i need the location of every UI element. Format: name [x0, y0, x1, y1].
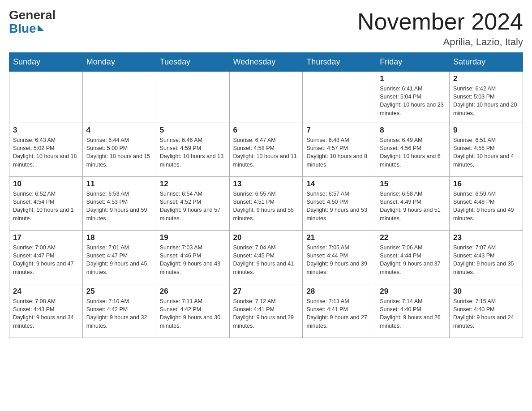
day-info: Sunrise: 6:58 AMSunset: 4:49 PMDaylight:…: [380, 190, 446, 223]
day-number: 10: [13, 180, 79, 188]
logo-blue-text: Blue: [9, 21, 36, 36]
calendar-cell: 1Sunrise: 6:41 AMSunset: 5:04 PMDaylight…: [376, 72, 450, 123]
title-block: November 2024 Aprilia, Lazio, Italy: [357, 9, 523, 48]
calendar-cell: 17Sunrise: 7:00 AMSunset: 4:47 PMDayligh…: [9, 231, 83, 284]
day-info: Sunrise: 6:51 AMSunset: 4:55 PMDaylight:…: [453, 136, 519, 169]
day-number: 23: [453, 233, 519, 242]
calendar-cell: 23Sunrise: 7:07 AMSunset: 4:43 PMDayligh…: [450, 231, 523, 284]
day-info: Sunrise: 6:55 AMSunset: 4:51 PMDaylight:…: [233, 190, 299, 223]
day-number: 18: [86, 233, 152, 242]
day-info: Sunrise: 6:41 AMSunset: 5:04 PMDaylight:…: [380, 85, 446, 117]
calendar-cell: 7Sunrise: 6:48 AMSunset: 4:57 PMDaylight…: [303, 123, 376, 177]
day-number: 8: [380, 126, 446, 135]
logo-triangle-icon: [38, 25, 44, 31]
day-number: 25: [86, 287, 152, 296]
calendar-cell: 13Sunrise: 6:55 AMSunset: 4:51 PMDayligh…: [229, 177, 303, 231]
day-info: Sunrise: 6:49 AMSunset: 4:56 PMDaylight:…: [380, 136, 446, 169]
calendar-cell: 25Sunrise: 7:10 AMSunset: 4:42 PMDayligh…: [82, 284, 156, 338]
day-number: 6: [233, 126, 299, 135]
day-info: Sunrise: 6:48 AMSunset: 4:57 PMDaylight:…: [306, 136, 372, 169]
day-number: 28: [306, 287, 372, 296]
calendar-header-friday: Friday: [376, 53, 450, 72]
calendar-cell: [82, 72, 156, 123]
calendar-cell: [9, 72, 83, 123]
calendar-week-row-5: 24Sunrise: 7:08 AMSunset: 4:43 PMDayligh…: [9, 284, 523, 338]
day-info: Sunrise: 6:44 AMSunset: 5:00 PMDaylight:…: [86, 136, 152, 169]
day-number: 22: [380, 233, 446, 242]
calendar-cell: 19Sunrise: 7:03 AMSunset: 4:46 PMDayligh…: [156, 231, 229, 284]
day-info: Sunrise: 7:07 AMSunset: 4:43 PMDaylight:…: [453, 244, 519, 276]
calendar-week-row-4: 17Sunrise: 7:00 AMSunset: 4:47 PMDayligh…: [9, 231, 523, 284]
calendar-cell: 21Sunrise: 7:05 AMSunset: 4:44 PMDayligh…: [303, 231, 376, 284]
calendar-table: SundayMondayTuesdayWednesdayThursdayFrid…: [9, 52, 523, 338]
day-info: Sunrise: 6:54 AMSunset: 4:52 PMDaylight:…: [160, 190, 226, 223]
calendar-cell: 22Sunrise: 7:06 AMSunset: 4:44 PMDayligh…: [376, 231, 450, 284]
day-number: 13: [233, 180, 299, 188]
calendar-header-sunday: Sunday: [9, 53, 83, 72]
calendar-cell: 16Sunrise: 6:59 AMSunset: 4:48 PMDayligh…: [450, 177, 523, 231]
day-info: Sunrise: 7:13 AMSunset: 4:41 PMDaylight:…: [306, 297, 372, 330]
day-number: 30: [453, 287, 519, 296]
logo: General Blue: [9, 9, 56, 36]
calendar-week-row-3: 10Sunrise: 6:52 AMSunset: 4:54 PMDayligh…: [9, 177, 523, 231]
day-info: Sunrise: 7:12 AMSunset: 4:41 PMDaylight:…: [233, 297, 299, 330]
day-info: Sunrise: 6:52 AMSunset: 4:54 PMDaylight:…: [13, 190, 79, 223]
day-number: 9: [453, 126, 519, 135]
calendar-header-saturday: Saturday: [450, 53, 523, 72]
calendar-header-wednesday: Wednesday: [229, 53, 303, 72]
day-number: 7: [306, 126, 372, 135]
calendar-cell: 2Sunrise: 6:42 AMSunset: 5:03 PMDaylight…: [450, 72, 523, 123]
calendar-header-thursday: Thursday: [303, 53, 376, 72]
calendar-week-row-1: 1Sunrise: 6:41 AMSunset: 5:04 PMDaylight…: [9, 72, 523, 123]
day-info: Sunrise: 7:06 AMSunset: 4:44 PMDaylight:…: [380, 244, 446, 276]
calendar-cell: [156, 72, 229, 123]
day-info: Sunrise: 6:46 AMSunset: 4:59 PMDaylight:…: [160, 136, 226, 169]
day-info: Sunrise: 7:01 AMSunset: 4:47 PMDaylight:…: [86, 244, 152, 276]
page-header: General Blue November 2024 Aprilia, Lazi…: [9, 9, 523, 48]
day-info: Sunrise: 7:08 AMSunset: 4:43 PMDaylight:…: [13, 297, 79, 330]
day-number: 20: [233, 233, 299, 242]
calendar-cell: [303, 72, 376, 123]
day-info: Sunrise: 7:14 AMSunset: 4:40 PMDaylight:…: [380, 297, 446, 330]
day-number: 5: [160, 126, 226, 135]
calendar-header-row: SundayMondayTuesdayWednesdayThursdayFrid…: [9, 53, 523, 72]
logo-general-text: General: [9, 9, 56, 21]
calendar-cell: 14Sunrise: 6:57 AMSunset: 4:50 PMDayligh…: [303, 177, 376, 231]
day-info: Sunrise: 7:15 AMSunset: 4:40 PMDaylight:…: [453, 297, 519, 330]
day-number: 3: [13, 126, 79, 135]
day-info: Sunrise: 7:11 AMSunset: 4:42 PMDaylight:…: [160, 297, 226, 330]
day-info: Sunrise: 7:05 AMSunset: 4:44 PMDaylight:…: [306, 244, 372, 276]
day-info: Sunrise: 7:10 AMSunset: 4:42 PMDaylight:…: [86, 297, 152, 330]
calendar-week-row-2: 3Sunrise: 6:43 AMSunset: 5:02 PMDaylight…: [9, 123, 523, 177]
day-number: 16: [453, 180, 519, 188]
calendar-cell: 5Sunrise: 6:46 AMSunset: 4:59 PMDaylight…: [156, 123, 229, 177]
calendar-cell: 15Sunrise: 6:58 AMSunset: 4:49 PMDayligh…: [376, 177, 450, 231]
day-number: 11: [86, 180, 152, 188]
day-number: 27: [233, 287, 299, 296]
day-number: 17: [13, 233, 79, 242]
calendar-cell: 12Sunrise: 6:54 AMSunset: 4:52 PMDayligh…: [156, 177, 229, 231]
calendar-cell: 29Sunrise: 7:14 AMSunset: 4:40 PMDayligh…: [376, 284, 450, 338]
calendar-cell: 20Sunrise: 7:04 AMSunset: 4:45 PMDayligh…: [229, 231, 303, 284]
calendar-cell: [229, 72, 303, 123]
calendar-header-tuesday: Tuesday: [156, 53, 229, 72]
calendar-header-monday: Monday: [82, 53, 156, 72]
calendar-cell: 24Sunrise: 7:08 AMSunset: 4:43 PMDayligh…: [9, 284, 83, 338]
calendar-cell: 10Sunrise: 6:52 AMSunset: 4:54 PMDayligh…: [9, 177, 83, 231]
day-number: 26: [160, 287, 226, 296]
calendar-cell: 11Sunrise: 6:53 AMSunset: 4:53 PMDayligh…: [82, 177, 156, 231]
calendar-cell: 6Sunrise: 6:47 AMSunset: 4:58 PMDaylight…: [229, 123, 303, 177]
calendar-cell: 4Sunrise: 6:44 AMSunset: 5:00 PMDaylight…: [82, 123, 156, 177]
calendar-cell: 27Sunrise: 7:12 AMSunset: 4:41 PMDayligh…: [229, 284, 303, 338]
calendar-cell: 26Sunrise: 7:11 AMSunset: 4:42 PMDayligh…: [156, 284, 229, 338]
day-number: 24: [13, 287, 79, 296]
calendar-cell: 8Sunrise: 6:49 AMSunset: 4:56 PMDaylight…: [376, 123, 450, 177]
day-number: 15: [380, 180, 446, 188]
location-title: Aprilia, Lazio, Italy: [357, 36, 523, 48]
calendar-cell: 3Sunrise: 6:43 AMSunset: 5:02 PMDaylight…: [9, 123, 83, 177]
day-number: 14: [306, 180, 372, 188]
day-info: Sunrise: 6:53 AMSunset: 4:53 PMDaylight:…: [86, 190, 152, 223]
day-info: Sunrise: 7:03 AMSunset: 4:46 PMDaylight:…: [160, 244, 226, 276]
day-info: Sunrise: 7:00 AMSunset: 4:47 PMDaylight:…: [13, 244, 79, 276]
day-number: 19: [160, 233, 226, 242]
